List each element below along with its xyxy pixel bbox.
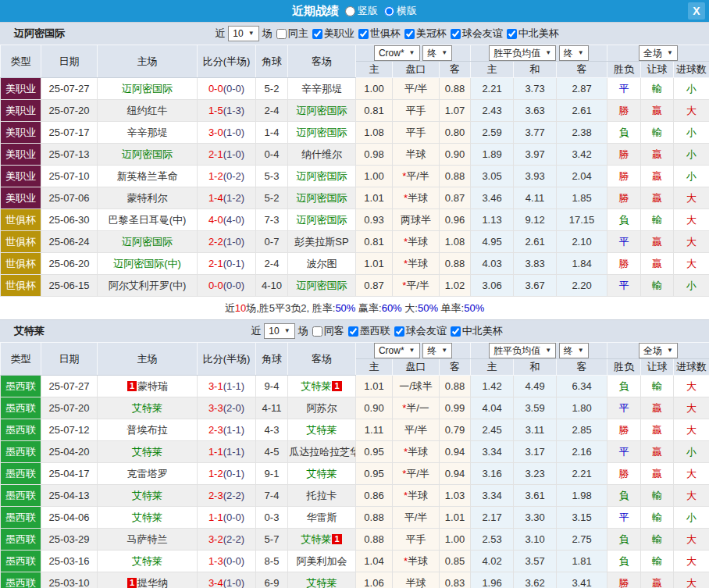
result-goals: 大 — [674, 419, 709, 441]
away-team: 迈阿密国际 — [288, 187, 356, 209]
avg-stage-select[interactable]: 终▼ — [559, 343, 589, 358]
away-odds: 1.00 — [440, 529, 471, 551]
horizontal-radio-input[interactable] — [384, 6, 394, 16]
odds-source-select-value: Crow* — [379, 47, 404, 59]
avg-stage-select[interactable]: 终▼ — [559, 45, 589, 61]
result-wdl: 平 — [607, 441, 641, 463]
avg-lose: 1.85 — [557, 187, 607, 209]
league-checkbox[interactable]: 美职业 — [312, 27, 354, 41]
same-venue-checkbox-input[interactable] — [276, 29, 287, 39]
league-checkbox-label: 中北美杯 — [462, 324, 503, 338]
handicap: *平/半 — [393, 275, 440, 297]
team-name-text: 纽约红牛 — [127, 105, 168, 116]
result-goals-value: 小 — [686, 511, 697, 523]
avg-win: 3.46 — [471, 187, 514, 209]
home-team: 克雷塔罗 — [98, 463, 198, 485]
close-icon[interactable]: X — [688, 2, 705, 20]
result-handicap: 輸 — [641, 376, 674, 397]
avg-draw: 3.10 — [514, 529, 557, 551]
same-venue-checkbox-input[interactable] — [312, 326, 322, 337]
league-badge: 美职业 — [1, 122, 41, 144]
halftime-score: (1-1) — [223, 380, 244, 392]
match-date: 25-07-20 — [41, 397, 98, 419]
odds-source-select[interactable]: Crow*▼ — [374, 343, 420, 358]
league-checkbox[interactable]: 世俱杯 — [358, 27, 401, 41]
avg-draw: 3.57 — [514, 551, 557, 572]
team-name-text: 迈阿密国际(中) — [113, 258, 181, 269]
team-name-text: 蒙特利尔 — [127, 192, 168, 204]
away-team: 迈阿密国际 — [288, 166, 356, 187]
fulltime-score: 2-3 — [208, 424, 223, 436]
league-checkbox-input[interactable] — [451, 326, 461, 337]
league-badge: 墨西联 — [1, 551, 41, 572]
chevron-down-icon: ▼ — [578, 47, 584, 59]
col-header: 日期 — [41, 45, 98, 78]
same-venue-checkbox[interactable]: 同主 — [276, 27, 308, 41]
col-header: 类型 — [1, 343, 41, 376]
league-checkbox-input[interactable] — [358, 29, 369, 39]
odds-stage-select[interactable]: 终▼ — [422, 343, 452, 358]
league-checkbox[interactable]: 球会友谊 — [394, 324, 447, 338]
vertical-layout-radio[interactable]: 竖版 — [345, 4, 378, 18]
home-odds: 1.06 — [356, 572, 393, 588]
avg-draw: 3.63 — [514, 100, 557, 122]
period-select[interactable]: 全场▼ — [639, 343, 678, 358]
league-checkbox[interactable]: 墨西联 — [347, 324, 390, 338]
same-venue-checkbox[interactable]: 同客 — [312, 324, 344, 338]
period-select[interactable]: 全场▼ — [639, 45, 678, 61]
halftime-score: (2-0) — [223, 402, 244, 414]
odds-source-select[interactable]: Crow*▼ — [374, 45, 420, 61]
result-goals: 大 — [674, 100, 709, 122]
result-handicap-value: 贏 — [652, 424, 662, 436]
league-checkbox[interactable]: 美冠杯 — [404, 27, 447, 41]
result-handicap: 贏 — [641, 419, 674, 441]
result-goals-value: 小 — [686, 127, 697, 138]
result-goals-value: 大 — [686, 105, 697, 116]
corner-score: 1-4 — [256, 122, 288, 144]
league-checkbox[interactable]: 中北美杯 — [506, 27, 559, 41]
halftime-score: (1-1) — [223, 446, 244, 458]
handicap-text: 平手 — [406, 127, 426, 138]
horizontal-layout-radio[interactable]: 横版 — [384, 4, 417, 18]
sub-col-header: 胜负 — [607, 62, 641, 78]
result-wdl-value: 勝 — [619, 192, 629, 204]
league-checkbox-input[interactable] — [394, 326, 404, 337]
away-odds: 1.03 — [440, 485, 471, 507]
home-odds: 1.01 — [356, 253, 393, 275]
sub-col-header: 让球 — [641, 359, 674, 376]
away-team: 迈阿密国际 — [288, 122, 356, 144]
away-team: 彭美拉斯SP — [288, 231, 356, 253]
handicap-text: 平/半 — [406, 170, 429, 182]
league-badge: 墨西联 — [1, 485, 41, 507]
league-checkbox[interactable]: 中北美杯 — [450, 324, 503, 338]
avg-draw: 3.11 — [514, 419, 557, 441]
halftime-score: (2-2) — [223, 533, 244, 545]
avg-type-select[interactable]: 胜平负均值▼ — [489, 45, 556, 61]
avg-type-select-value: 胜平负均值 — [493, 344, 540, 357]
league-checkbox-input[interactable] — [312, 29, 322, 39]
vertical-radio-input[interactable] — [345, 6, 355, 16]
odds-stage-select[interactable]: 终▼ — [422, 45, 452, 61]
league-checkbox-input[interactable] — [404, 29, 415, 39]
away-team: 迈阿密国际 — [288, 100, 356, 122]
home-team: 马萨特兰 — [98, 529, 198, 551]
halftime-score: (0-0) — [223, 511, 244, 523]
match-date: 25-04-17 — [41, 463, 98, 485]
home-odds: 0.86 — [356, 485, 393, 507]
result-handicap: 輸 — [641, 507, 674, 529]
chevron-down-icon: ▼ — [284, 325, 290, 337]
result-goals-value: 大 — [686, 258, 697, 269]
games-count-select[interactable]: 10▼ — [264, 323, 294, 339]
league-checkbox-input[interactable] — [348, 326, 358, 337]
match-date: 25-04-13 — [41, 485, 98, 507]
home-team: 艾特莱 — [98, 397, 198, 419]
league-checkbox-input[interactable] — [507, 29, 517, 39]
avg-type-select[interactable]: 胜平负均值▼ — [489, 343, 556, 358]
table-row: 美职业25-07-13迈阿密国际2-1(1-0)0-4纳什维尔0.98半球0.9… — [1, 144, 709, 166]
odds-source-group: Crow*▼ 终▼ — [356, 45, 471, 62]
fulltime-score: 3-1 — [208, 380, 223, 392]
league-checkbox-input[interactable] — [451, 29, 461, 39]
avg-draw: 3.62 — [514, 572, 557, 588]
league-checkbox[interactable]: 球会友谊 — [450, 27, 503, 41]
games-count-select[interactable]: 10▼ — [228, 26, 258, 41]
